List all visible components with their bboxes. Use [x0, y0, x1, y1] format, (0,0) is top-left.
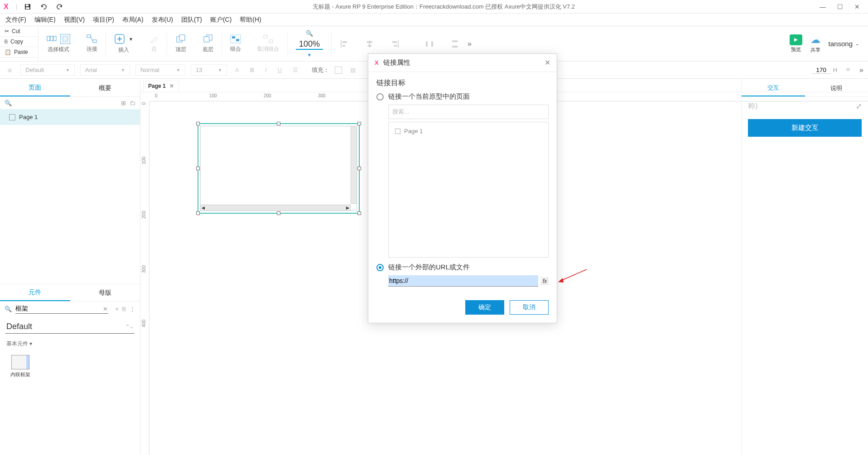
link-properties-dialog: X 链接属性 ✕ 链接目标 链接一个当前原型中的页面 搜索... Page 1 … [368, 53, 557, 323]
fx-button[interactable]: fx [541, 277, 549, 285]
underline-icon[interactable]: U [275, 66, 285, 74]
close-tab-icon[interactable]: ✕ [169, 83, 174, 89]
selected-iframe-widget[interactable]: ◀▶ [198, 123, 360, 214]
svg-rect-13 [204, 37, 209, 42]
svg-rect-5 [53, 36, 56, 41]
canvas-page-tab[interactable]: Page 1 ✕ [143, 81, 179, 91]
resize-handle[interactable] [196, 122, 200, 125]
library-menu-icon[interactable]: ⋮ [130, 306, 135, 312]
search-icon[interactable]: 🔍 [5, 100, 12, 106]
resize-handle[interactable] [196, 167, 200, 170]
zoom-control[interactable]: 🔍 ▼ [288, 26, 331, 61]
tab-masters[interactable]: 母版 [70, 284, 140, 301]
expand-icon[interactable]: ⤢ [856, 102, 862, 110]
menu-layout[interactable]: 布局(A) [122, 16, 144, 24]
clear-search-icon[interactable]: ✕ [103, 306, 108, 312]
tab-interaction[interactable]: 交互 [742, 80, 805, 96]
menu-help[interactable]: 帮助(H) [240, 16, 261, 24]
radio-link-page[interactable]: 链接一个当前原型中的页面 [376, 92, 549, 101]
connect-icon [87, 34, 97, 43]
minimize-button[interactable]: — [820, 3, 826, 10]
paste-button[interactable]: 📋Paste [0, 47, 38, 57]
select-mode-group[interactable]: 选择模式 [39, 26, 78, 61]
cloud-icon[interactable]: ☁ [810, 34, 820, 46]
ok-button[interactable]: 确定 [465, 300, 504, 315]
zoom-input[interactable] [296, 39, 323, 50]
undo-icon[interactable] [40, 4, 47, 10]
svg-rect-23 [367, 41, 372, 43]
toolbar-overflow[interactable]: » [468, 40, 472, 48]
italic-icon[interactable]: I [262, 66, 270, 74]
resize-handle[interactable] [277, 211, 280, 215]
insert-group[interactable]: ▼ 插入 [106, 26, 141, 61]
close-window-button[interactable]: ✕ [854, 3, 860, 10]
weight-select[interactable]: Normal▼ [135, 64, 185, 76]
svg-rect-15 [232, 36, 235, 38]
radio-link-url[interactable]: 链接一个外部的URL或文件 [376, 263, 549, 272]
visibility-icon[interactable]: 👁 [843, 66, 854, 74]
bring-front-group[interactable]: 顶层 [167, 26, 194, 61]
menu-edit[interactable]: 编辑(E) [34, 16, 56, 24]
page-list[interactable]: Page 1 [388, 122, 549, 258]
menu-publish[interactable]: 发布(U) [152, 16, 173, 24]
library-list-icon[interactable]: ⎘ [122, 306, 126, 312]
ungroup-button[interactable]: 取消组合 [249, 26, 287, 61]
align-left-button[interactable] [332, 26, 357, 61]
paragraph-icon[interactable]: ≣ [5, 66, 15, 74]
add-page-icon[interactable]: ⊞ [121, 100, 126, 106]
menu-view[interactable]: 视图(V) [64, 16, 85, 24]
menu-file[interactable]: 文件(F) [5, 16, 26, 24]
fill-image-icon[interactable]: ▨ [347, 66, 358, 74]
copy-button[interactable]: ⎘Copy [0, 37, 38, 47]
size-select[interactable]: 13▼ [191, 64, 227, 76]
new-interaction-button[interactable]: 新建交互 [748, 119, 862, 137]
menu-project[interactable]: 项目(P) [93, 16, 114, 24]
menu-account[interactable]: 账户(C) [210, 16, 231, 24]
library-select[interactable]: Default⌃⌄ [5, 320, 135, 334]
widget-search-input[interactable] [15, 304, 108, 314]
tab-outline[interactable]: 概要 [70, 80, 140, 96]
cut-button[interactable]: ✂Cut [0, 26, 38, 37]
menu-team[interactable]: 团队(T) [181, 16, 202, 24]
point-group[interactable]: 点 [141, 26, 167, 61]
resize-handle[interactable] [357, 167, 361, 170]
radio-icon[interactable] [376, 93, 384, 101]
iframe-widget[interactable]: 内联框架 [5, 352, 36, 381]
connect-group[interactable]: 连接 [78, 26, 106, 61]
resize-handle[interactable] [357, 122, 361, 125]
bullets-icon[interactable]: ☰ [290, 66, 301, 74]
add-library-icon[interactable]: + [115, 306, 119, 312]
page-search-input[interactable]: 搜索... [388, 105, 549, 119]
svg-rect-3 [47, 36, 50, 41]
fill-color-swatch[interactable] [335, 67, 342, 74]
radio-icon[interactable] [376, 264, 384, 271]
tab-notes[interactable]: 说明 [805, 80, 868, 96]
font-select[interactable]: Arial▼ [80, 64, 130, 76]
group-button[interactable]: 组合 [222, 26, 249, 61]
format-overflow[interactable]: » [859, 66, 863, 74]
widget-category[interactable]: 基本元件 ▾ [0, 337, 140, 350]
preview-button[interactable] [790, 34, 802, 45]
page-tree-item[interactable]: Page 1 [0, 109, 140, 125]
widget-name-placeholder[interactable]: 称) [748, 101, 757, 111]
tab-widgets[interactable]: 元件 [0, 284, 70, 301]
url-input[interactable] [388, 275, 538, 287]
redo-icon[interactable] [56, 4, 63, 10]
tab-pages[interactable]: 页面 [0, 80, 70, 96]
resize-handle[interactable] [357, 211, 361, 215]
maximize-button[interactable]: ☐ [837, 3, 843, 10]
save-icon[interactable] [24, 4, 31, 10]
bold-icon[interactable]: B [247, 66, 257, 74]
height-field[interactable]: H [812, 67, 837, 74]
resize-handle[interactable] [277, 122, 280, 125]
page-list-item[interactable]: Page 1 [392, 126, 545, 136]
text-color-icon[interactable]: A [232, 66, 242, 74]
add-folder-icon[interactable]: 🗀 [130, 100, 135, 106]
cancel-button[interactable]: 取消 [510, 300, 549, 315]
chevron-down-icon[interactable]: ▼ [307, 53, 312, 57]
resize-handle[interactable] [196, 211, 200, 215]
dialog-close-icon[interactable]: ✕ [545, 58, 550, 67]
user-menu[interactable]: tansong ⌄ [829, 40, 859, 48]
send-back-group[interactable]: 底层 [194, 26, 222, 61]
style-select[interactable]: Default▼ [20, 64, 75, 76]
